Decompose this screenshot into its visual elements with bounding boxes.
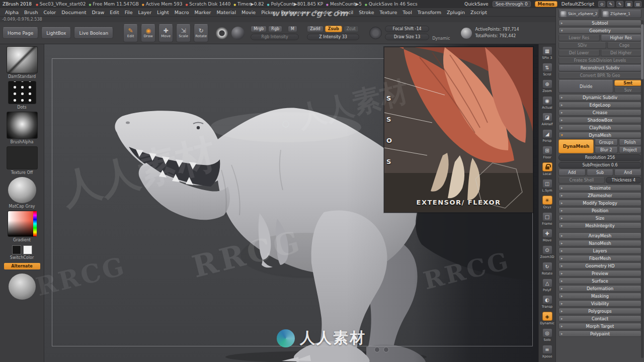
right-strip-item[interactable]: ✚ Move <box>539 228 556 244</box>
menu-item[interactable]: Stencil <box>337 10 353 15</box>
canvas-nav-dot[interactable] <box>383 347 389 352</box>
brush-curve-icon[interactable] <box>369 27 382 39</box>
subsection-header[interactable]: Crease <box>558 109 641 116</box>
menu-item[interactable]: Document <box>61 10 86 15</box>
subsection-header[interactable]: Dynamic Subdiv <box>558 94 641 101</box>
right-strip-item[interactable]: ⊞ Floor <box>539 145 556 161</box>
subsection-header[interactable]: Modify Topology <box>558 200 641 206</box>
move-button[interactable]: ✚ Move <box>158 24 173 42</box>
color-picker[interactable]: Gradient <box>0 211 44 242</box>
lower-res-button[interactable]: Lower Res <box>558 35 600 41</box>
subtool-section[interactable]: Subtool <box>558 20 641 26</box>
menu-item[interactable]: Marker <box>195 10 211 15</box>
geometry-section[interactable]: Geometry <box>558 27 641 34</box>
live-boolean-button[interactable]: Live Boolean <box>74 27 113 39</box>
menu-item[interactable]: Alpha <box>5 10 19 15</box>
menu-item[interactable]: Stroke <box>359 10 374 15</box>
rotate-button[interactable]: ↻ Rotate <box>194 24 208 42</box>
menu-item[interactable]: Brush <box>24 10 38 15</box>
rgb-toggle[interactable]: Rgb <box>268 26 282 32</box>
subsection-header[interactable]: ShadowBox <box>558 117 641 123</box>
smt-toggle[interactable]: Smt <box>614 80 641 86</box>
menus-button[interactable]: Menus <box>535 1 557 7</box>
menu-item[interactable]: Texture <box>380 10 397 15</box>
edit-button[interactable]: ✎ Edit <box>123 24 138 42</box>
menu-item[interactable]: Movie <box>242 10 256 15</box>
material-thumbnail-icon[interactable] <box>8 177 36 203</box>
dynamesh-button[interactable]: DynaMesh <box>558 139 594 153</box>
material-selector[interactable]: MatCap Gray <box>0 177 44 209</box>
right-strip-item[interactable]: □ Frame <box>539 211 556 228</box>
right-strip-item[interactable]: Local <box>539 161 556 178</box>
menu-item[interactable]: Transform <box>418 10 441 15</box>
menu-item[interactable]: Zplugin <box>447 10 465 15</box>
menu-item[interactable]: Material <box>216 10 236 15</box>
tool-item[interactable]: ZSphere_1 <box>601 10 641 18</box>
right-strip-item[interactable]: ◪ AAHalf <box>539 112 556 128</box>
panel-scrollbar-handle[interactable] <box>641 24 643 79</box>
menu-item[interactable]: Edit <box>110 10 119 15</box>
suv-toggle[interactable]: Suv <box>614 87 641 93</box>
alternate-button[interactable]: Alternate <box>4 263 40 269</box>
color-picker-swatch[interactable] <box>8 211 37 237</box>
right-strip-item[interactable]: ▦ SPix 3 <box>539 45 556 62</box>
menu-item[interactable]: Macro <box>175 10 189 15</box>
alpha-thumbnail-icon[interactable] <box>7 112 38 139</box>
menu-item[interactable]: File <box>125 10 133 15</box>
right-strip-item[interactable]: △ PolyF <box>539 278 556 294</box>
dynamesh-section[interactable]: DynaMesh <box>558 132 641 138</box>
divide-button[interactable]: Divide <box>558 80 613 93</box>
groups-toggle[interactable]: Groups <box>595 139 617 146</box>
subpalette-header[interactable]: ArrayMesh <box>558 232 641 239</box>
z-intensity-slider[interactable]: Z Intensity 33 <box>307 34 359 40</box>
panel-scrollbar[interactable] <box>641 20 643 358</box>
del-lower-button[interactable]: Del Lower <box>558 50 600 56</box>
switch-color-control[interactable]: SwitchColor <box>0 245 44 260</box>
menu-item[interactable]: Preferences <box>281 10 309 15</box>
zcut-toggle[interactable]: Zcut <box>344 26 359 32</box>
titlebar-icon[interactable]: ✎ <box>607 1 614 7</box>
reconstruct-subdiv-button[interactable]: Reconstruct Subdiv <box>558 65 641 71</box>
right-strip-item[interactable]: ◢ Persp <box>539 128 556 145</box>
stroke-preview-icon[interactable] <box>215 27 228 40</box>
material-preview-icon[interactable] <box>231 27 245 40</box>
menu-item[interactable]: Tool <box>403 10 412 15</box>
convert-bpr-button[interactable]: Convert BPR To Geo <box>558 72 641 79</box>
brush-thumbnail-icon[interactable] <box>7 46 38 73</box>
menu-item[interactable]: Zscript <box>470 10 487 15</box>
subpalette-header[interactable]: Deformation <box>558 285 641 292</box>
right-strip-item[interactable]: ◉ Actual <box>539 95 556 112</box>
polish-toggle[interactable]: Polish <box>619 139 641 146</box>
subpalette-header[interactable]: NanoMesh <box>558 240 641 246</box>
subsection-header[interactable]: MeshIntegrity <box>558 222 641 229</box>
stroke-thumbnail-icon[interactable] <box>8 81 36 104</box>
focal-shift-slider[interactable]: Focal Shift -14 <box>385 26 429 32</box>
right-strip-item[interactable]: ⊙ Zoom3D <box>539 244 556 261</box>
project-toggle[interactable]: Project <box>619 147 641 153</box>
del-higher-button[interactable]: Del Higher <box>601 50 642 56</box>
zadd-toggle[interactable]: Zadd <box>307 26 324 32</box>
primary-color-swatch[interactable] <box>12 245 21 254</box>
brush-selector[interactable]: DamStandard <box>0 46 44 79</box>
texture-selector[interactable]: Texture Off <box>0 146 44 175</box>
titlebar-icon[interactable]: ▦ <box>625 1 632 7</box>
rotation-gizmo-icon[interactable] <box>282 121 289 128</box>
subsection-header[interactable]: ZRemesher <box>558 192 641 199</box>
menu-item[interactable]: Layer <box>138 10 152 15</box>
titlebar-icon[interactable]: ▤ <box>634 1 641 7</box>
rgb-intensity-slider[interactable]: Rgb Intensity <box>251 34 299 40</box>
titlebar-icon[interactable]: ✎ <box>616 1 623 7</box>
subpalette-header[interactable]: Morph Target <box>558 323 641 329</box>
mrgb-toggle[interactable]: Mrgb <box>251 26 267 32</box>
menu-item[interactable]: Picker <box>261 10 275 15</box>
tool-preview-icon[interactable] <box>461 28 472 39</box>
subpalette-header[interactable]: Geometry HD <box>558 262 641 269</box>
quicksave-button[interactable]: QuickSave <box>464 2 489 7</box>
tool-item[interactable]: Skin_zSphere_2 <box>558 10 599 18</box>
default-zscript-button[interactable]: DefaultZScript <box>561 2 594 7</box>
subpalette-header[interactable]: Polygroups <box>558 308 641 314</box>
alpha-selector[interactable]: BrushAlpha <box>0 112 44 144</box>
right-strip-item[interactable]: ≡ Xpose <box>539 344 556 360</box>
texture-thumbnail-icon[interactable] <box>7 146 38 169</box>
subpalette-header[interactable]: FiberMesh <box>558 255 641 261</box>
